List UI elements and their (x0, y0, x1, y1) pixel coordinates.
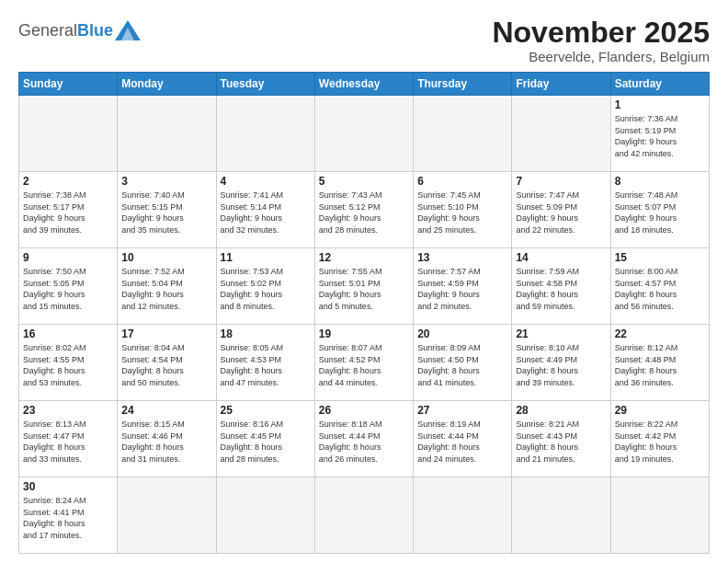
day-info: Sunrise: 7:41 AM Sunset: 5:14 PM Dayligh… (221, 190, 311, 236)
day-number: 9 (23, 251, 113, 264)
table-row: 25Sunrise: 8:16 AM Sunset: 4:45 PM Dayli… (216, 401, 314, 477)
logo: GeneralBlue (18, 20, 141, 40)
day-info: Sunrise: 8:16 AM Sunset: 4:45 PM Dayligh… (221, 419, 311, 465)
day-number: 24 (121, 404, 211, 417)
table-row: 28Sunrise: 8:21 AM Sunset: 4:43 PM Dayli… (512, 401, 610, 477)
page: GeneralBlue November 2025 Beervelde, Fla… (0, 0, 728, 563)
day-info: Sunrise: 8:02 AM Sunset: 4:55 PM Dayligh… (23, 342, 113, 388)
day-info: Sunrise: 8:05 AM Sunset: 4:53 PM Dayligh… (221, 342, 311, 388)
day-number: 16 (23, 327, 113, 340)
day-number: 30 (23, 480, 113, 493)
day-info: Sunrise: 8:13 AM Sunset: 4:47 PM Dayligh… (23, 419, 113, 465)
table-row: 17Sunrise: 8:04 AM Sunset: 4:54 PM Dayli… (118, 325, 216, 401)
col-tuesday: Tuesday (216, 73, 314, 96)
calendar-header-row: Sunday Monday Tuesday Wednesday Thursday… (19, 73, 710, 96)
day-info: Sunrise: 8:21 AM Sunset: 4:43 PM Dayligh… (516, 419, 606, 465)
day-info: Sunrise: 7:59 AM Sunset: 4:58 PM Dayligh… (516, 266, 606, 312)
table-row: 22Sunrise: 8:12 AM Sunset: 4:48 PM Dayli… (610, 325, 709, 401)
calendar-week-row: 30Sunrise: 8:24 AM Sunset: 4:41 PM Dayli… (19, 477, 710, 554)
table-row: 3Sunrise: 7:40 AM Sunset: 5:15 PM Daylig… (118, 172, 216, 248)
day-number: 17 (121, 327, 211, 340)
day-number: 8 (615, 175, 705, 188)
col-sunday: Sunday (19, 73, 118, 96)
day-number: 22 (615, 327, 705, 340)
table-row (216, 477, 314, 554)
month-year: November 2025 (492, 17, 710, 49)
header: GeneralBlue November 2025 Beervelde, Fla… (18, 17, 710, 64)
day-info: Sunrise: 8:07 AM Sunset: 4:52 PM Dayligh… (319, 342, 409, 388)
table-row: 14Sunrise: 7:59 AM Sunset: 4:58 PM Dayli… (512, 248, 610, 325)
calendar-week-row: 16Sunrise: 8:02 AM Sunset: 4:55 PM Dayli… (19, 325, 710, 401)
logo-text: GeneralBlue (18, 22, 113, 39)
title-block: November 2025 Beervelde, Flanders, Belgi… (492, 17, 710, 64)
day-number: 19 (319, 327, 409, 340)
col-saturday: Saturday (610, 73, 709, 96)
day-info: Sunrise: 7:55 AM Sunset: 5:01 PM Dayligh… (319, 266, 409, 312)
day-info: Sunrise: 7:52 AM Sunset: 5:04 PM Dayligh… (121, 266, 211, 312)
day-number: 7 (516, 175, 606, 188)
day-number: 11 (221, 251, 311, 264)
table-row: 29Sunrise: 8:22 AM Sunset: 4:42 PM Dayli… (610, 401, 709, 477)
calendar-week-row: 23Sunrise: 8:13 AM Sunset: 4:47 PM Dayli… (19, 401, 710, 477)
day-info: Sunrise: 7:47 AM Sunset: 5:09 PM Dayligh… (516, 190, 606, 236)
day-info: Sunrise: 8:19 AM Sunset: 4:44 PM Dayligh… (417, 419, 507, 465)
table-row: 18Sunrise: 8:05 AM Sunset: 4:53 PM Dayli… (216, 325, 314, 401)
day-number: 10 (121, 251, 211, 264)
day-number: 4 (221, 175, 311, 188)
calendar-week-row: 9Sunrise: 7:50 AM Sunset: 5:05 PM Daylig… (19, 248, 710, 325)
table-row: 23Sunrise: 8:13 AM Sunset: 4:47 PM Dayli… (19, 401, 118, 477)
table-row: 5Sunrise: 7:43 AM Sunset: 5:12 PM Daylig… (314, 172, 413, 248)
day-info: Sunrise: 7:50 AM Sunset: 5:05 PM Dayligh… (23, 266, 113, 312)
table-row: 11Sunrise: 7:53 AM Sunset: 5:02 PM Dayli… (216, 248, 314, 325)
day-info: Sunrise: 8:12 AM Sunset: 4:48 PM Dayligh… (615, 342, 705, 388)
day-number: 15 (615, 251, 705, 264)
day-info: Sunrise: 7:45 AM Sunset: 5:10 PM Dayligh… (417, 190, 507, 236)
day-info: Sunrise: 7:57 AM Sunset: 4:59 PM Dayligh… (417, 266, 507, 312)
table-row: 2Sunrise: 7:38 AM Sunset: 5:17 PM Daylig… (19, 172, 118, 248)
day-info: Sunrise: 8:22 AM Sunset: 4:42 PM Dayligh… (615, 419, 705, 465)
table-row: 13Sunrise: 7:57 AM Sunset: 4:59 PM Dayli… (414, 248, 512, 325)
table-row: 8Sunrise: 7:48 AM Sunset: 5:07 PM Daylig… (610, 172, 709, 248)
day-number: 2 (23, 175, 113, 188)
day-info: Sunrise: 7:36 AM Sunset: 5:19 PM Dayligh… (615, 113, 705, 159)
table-row (118, 96, 216, 172)
col-wednesday: Wednesday (314, 73, 413, 96)
table-row: 21Sunrise: 8:10 AM Sunset: 4:49 PM Dayli… (512, 325, 610, 401)
day-info: Sunrise: 8:15 AM Sunset: 4:46 PM Dayligh… (121, 419, 211, 465)
table-row: 27Sunrise: 8:19 AM Sunset: 4:44 PM Dayli… (414, 401, 512, 477)
day-number: 3 (121, 175, 211, 188)
table-row: 6Sunrise: 7:45 AM Sunset: 5:10 PM Daylig… (414, 172, 512, 248)
table-row (118, 477, 216, 554)
table-row: 15Sunrise: 8:00 AM Sunset: 4:57 PM Dayli… (610, 248, 709, 325)
table-row: 7Sunrise: 7:47 AM Sunset: 5:09 PM Daylig… (512, 172, 610, 248)
day-number: 29 (615, 404, 705, 417)
calendar-week-row: 2Sunrise: 7:38 AM Sunset: 5:17 PM Daylig… (19, 172, 710, 248)
table-row (314, 477, 413, 554)
table-row: 20Sunrise: 8:09 AM Sunset: 4:50 PM Dayli… (414, 325, 512, 401)
day-number: 25 (221, 404, 311, 417)
day-info: Sunrise: 8:18 AM Sunset: 4:44 PM Dayligh… (319, 419, 409, 465)
table-row: 19Sunrise: 8:07 AM Sunset: 4:52 PM Dayli… (314, 325, 413, 401)
table-row: 10Sunrise: 7:52 AM Sunset: 5:04 PM Dayli… (118, 248, 216, 325)
table-row: 1Sunrise: 7:36 AM Sunset: 5:19 PM Daylig… (610, 96, 709, 172)
table-row (610, 477, 709, 554)
day-info: Sunrise: 8:04 AM Sunset: 4:54 PM Dayligh… (121, 342, 211, 388)
col-friday: Friday (512, 73, 610, 96)
table-row (314, 96, 413, 172)
table-row: 12Sunrise: 7:55 AM Sunset: 5:01 PM Dayli… (314, 248, 413, 325)
day-number: 21 (516, 327, 606, 340)
day-number: 5 (319, 175, 409, 188)
table-row (414, 477, 512, 554)
day-number: 23 (23, 404, 113, 417)
day-info: Sunrise: 7:48 AM Sunset: 5:07 PM Dayligh… (615, 190, 705, 236)
day-number: 14 (516, 251, 606, 264)
location: Beervelde, Flanders, Belgium (492, 49, 710, 64)
day-info: Sunrise: 7:43 AM Sunset: 5:12 PM Dayligh… (319, 190, 409, 236)
day-info: Sunrise: 8:09 AM Sunset: 4:50 PM Dayligh… (417, 342, 507, 388)
calendar-week-row: 1Sunrise: 7:36 AM Sunset: 5:19 PM Daylig… (19, 96, 710, 172)
table-row (216, 96, 314, 172)
table-row (512, 477, 610, 554)
day-info: Sunrise: 7:53 AM Sunset: 5:02 PM Dayligh… (221, 266, 311, 312)
day-info: Sunrise: 7:40 AM Sunset: 5:15 PM Dayligh… (121, 190, 211, 236)
day-number: 18 (221, 327, 311, 340)
